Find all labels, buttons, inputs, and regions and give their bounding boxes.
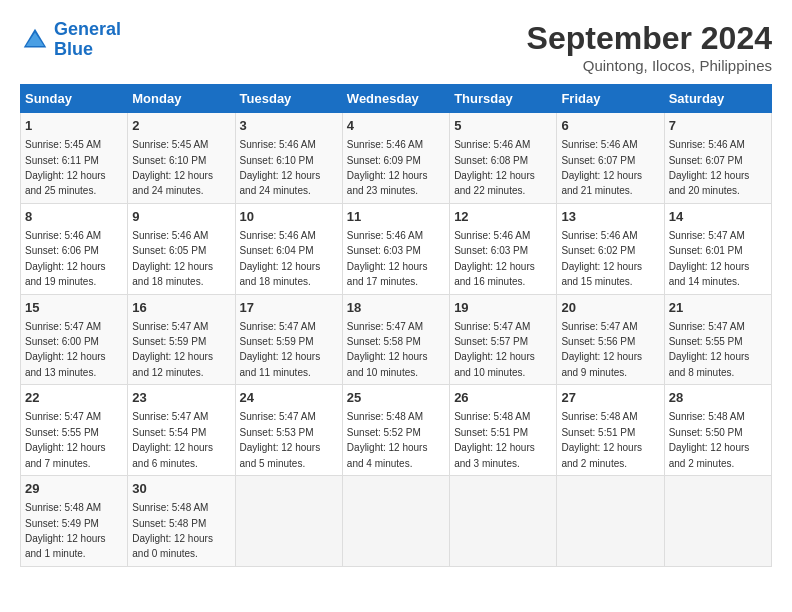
calendar-week-2: 8 Sunrise: 5:46 AMSunset: 6:06 PMDayligh…	[21, 203, 772, 294]
day-info: Sunrise: 5:47 AMSunset: 5:55 PMDaylight:…	[25, 411, 106, 468]
day-info: Sunrise: 5:48 AMSunset: 5:51 PMDaylight:…	[454, 411, 535, 468]
day-info: Sunrise: 5:47 AMSunset: 5:54 PMDaylight:…	[132, 411, 213, 468]
table-row: 7 Sunrise: 5:46 AMSunset: 6:07 PMDayligh…	[664, 113, 771, 204]
day-number: 15	[25, 299, 123, 317]
day-info: Sunrise: 5:46 AMSunset: 6:09 PMDaylight:…	[347, 139, 428, 196]
table-row: 19 Sunrise: 5:47 AMSunset: 5:57 PMDaylig…	[450, 294, 557, 385]
day-number: 20	[561, 299, 659, 317]
day-info: Sunrise: 5:48 AMSunset: 5:52 PMDaylight:…	[347, 411, 428, 468]
empty-cell	[450, 476, 557, 567]
table-row: 13 Sunrise: 5:46 AMSunset: 6:02 PMDaylig…	[557, 203, 664, 294]
day-info: Sunrise: 5:47 AMSunset: 6:01 PMDaylight:…	[669, 230, 750, 287]
calendar-week-3: 15 Sunrise: 5:47 AMSunset: 6:00 PMDaylig…	[21, 294, 772, 385]
location-title: Quintong, Ilocos, Philippines	[527, 57, 772, 74]
day-info: Sunrise: 5:45 AMSunset: 6:11 PMDaylight:…	[25, 139, 106, 196]
table-row: 14 Sunrise: 5:47 AMSunset: 6:01 PMDaylig…	[664, 203, 771, 294]
table-row: 15 Sunrise: 5:47 AMSunset: 6:00 PMDaylig…	[21, 294, 128, 385]
table-row: 12 Sunrise: 5:46 AMSunset: 6:03 PMDaylig…	[450, 203, 557, 294]
day-info: Sunrise: 5:46 AMSunset: 6:08 PMDaylight:…	[454, 139, 535, 196]
col-monday: Monday	[128, 85, 235, 113]
day-info: Sunrise: 5:47 AMSunset: 5:53 PMDaylight:…	[240, 411, 321, 468]
day-info: Sunrise: 5:46 AMSunset: 6:03 PMDaylight:…	[347, 230, 428, 287]
table-row: 29 Sunrise: 5:48 AMSunset: 5:49 PMDaylig…	[21, 476, 128, 567]
day-info: Sunrise: 5:46 AMSunset: 6:06 PMDaylight:…	[25, 230, 106, 287]
table-row: 28 Sunrise: 5:48 AMSunset: 5:50 PMDaylig…	[664, 385, 771, 476]
logo-text: General Blue	[54, 20, 121, 60]
table-row: 21 Sunrise: 5:47 AMSunset: 5:55 PMDaylig…	[664, 294, 771, 385]
table-row: 27 Sunrise: 5:48 AMSunset: 5:51 PMDaylig…	[557, 385, 664, 476]
day-number: 23	[132, 389, 230, 407]
day-info: Sunrise: 5:47 AMSunset: 5:56 PMDaylight:…	[561, 321, 642, 378]
day-info: Sunrise: 5:48 AMSunset: 5:50 PMDaylight:…	[669, 411, 750, 468]
table-row: 3 Sunrise: 5:46 AMSunset: 6:10 PMDayligh…	[235, 113, 342, 204]
calendar-week-5: 29 Sunrise: 5:48 AMSunset: 5:49 PMDaylig…	[21, 476, 772, 567]
empty-cell	[342, 476, 449, 567]
table-row: 8 Sunrise: 5:46 AMSunset: 6:06 PMDayligh…	[21, 203, 128, 294]
day-number: 9	[132, 208, 230, 226]
day-info: Sunrise: 5:45 AMSunset: 6:10 PMDaylight:…	[132, 139, 213, 196]
table-row: 1 Sunrise: 5:45 AMSunset: 6:11 PMDayligh…	[21, 113, 128, 204]
col-wednesday: Wednesday	[342, 85, 449, 113]
table-row: 6 Sunrise: 5:46 AMSunset: 6:07 PMDayligh…	[557, 113, 664, 204]
day-number: 24	[240, 389, 338, 407]
day-number: 26	[454, 389, 552, 407]
title-area: September 2024 Quintong, Ilocos, Philipp…	[527, 20, 772, 74]
day-info: Sunrise: 5:46 AMSunset: 6:07 PMDaylight:…	[669, 139, 750, 196]
day-info: Sunrise: 5:47 AMSunset: 6:00 PMDaylight:…	[25, 321, 106, 378]
day-number: 5	[454, 117, 552, 135]
logo-icon	[20, 25, 50, 55]
day-number: 29	[25, 480, 123, 498]
table-row: 25 Sunrise: 5:48 AMSunset: 5:52 PMDaylig…	[342, 385, 449, 476]
day-info: Sunrise: 5:46 AMSunset: 6:03 PMDaylight:…	[454, 230, 535, 287]
col-tuesday: Tuesday	[235, 85, 342, 113]
day-number: 13	[561, 208, 659, 226]
day-number: 27	[561, 389, 659, 407]
table-row: 10 Sunrise: 5:46 AMSunset: 6:04 PMDaylig…	[235, 203, 342, 294]
day-number: 8	[25, 208, 123, 226]
day-number: 10	[240, 208, 338, 226]
table-row: 5 Sunrise: 5:46 AMSunset: 6:08 PMDayligh…	[450, 113, 557, 204]
month-title: September 2024	[527, 20, 772, 57]
day-number: 11	[347, 208, 445, 226]
empty-cell	[664, 476, 771, 567]
page-header: General Blue September 2024 Quintong, Il…	[20, 20, 772, 74]
day-number: 21	[669, 299, 767, 317]
empty-cell	[235, 476, 342, 567]
logo-line1: General	[54, 19, 121, 39]
calendar-week-4: 22 Sunrise: 5:47 AMSunset: 5:55 PMDaylig…	[21, 385, 772, 476]
day-info: Sunrise: 5:48 AMSunset: 5:48 PMDaylight:…	[132, 502, 213, 559]
day-info: Sunrise: 5:47 AMSunset: 5:58 PMDaylight:…	[347, 321, 428, 378]
col-saturday: Saturday	[664, 85, 771, 113]
day-number: 1	[25, 117, 123, 135]
table-row: 17 Sunrise: 5:47 AMSunset: 5:59 PMDaylig…	[235, 294, 342, 385]
table-row: 26 Sunrise: 5:48 AMSunset: 5:51 PMDaylig…	[450, 385, 557, 476]
calendar-header-row: Sunday Monday Tuesday Wednesday Thursday…	[21, 85, 772, 113]
table-row: 22 Sunrise: 5:47 AMSunset: 5:55 PMDaylig…	[21, 385, 128, 476]
day-number: 7	[669, 117, 767, 135]
day-info: Sunrise: 5:47 AMSunset: 5:55 PMDaylight:…	[669, 321, 750, 378]
col-thursday: Thursday	[450, 85, 557, 113]
table-row: 4 Sunrise: 5:46 AMSunset: 6:09 PMDayligh…	[342, 113, 449, 204]
day-number: 18	[347, 299, 445, 317]
day-info: Sunrise: 5:46 AMSunset: 6:05 PMDaylight:…	[132, 230, 213, 287]
day-number: 14	[669, 208, 767, 226]
day-number: 4	[347, 117, 445, 135]
day-info: Sunrise: 5:47 AMSunset: 5:59 PMDaylight:…	[132, 321, 213, 378]
calendar-table: Sunday Monday Tuesday Wednesday Thursday…	[20, 84, 772, 567]
table-row: 23 Sunrise: 5:47 AMSunset: 5:54 PMDaylig…	[128, 385, 235, 476]
day-info: Sunrise: 5:46 AMSunset: 6:04 PMDaylight:…	[240, 230, 321, 287]
day-number: 12	[454, 208, 552, 226]
table-row: 24 Sunrise: 5:47 AMSunset: 5:53 PMDaylig…	[235, 385, 342, 476]
day-number: 6	[561, 117, 659, 135]
day-info: Sunrise: 5:47 AMSunset: 5:57 PMDaylight:…	[454, 321, 535, 378]
day-number: 3	[240, 117, 338, 135]
day-number: 2	[132, 117, 230, 135]
logo-line2: Blue	[54, 39, 93, 59]
calendar-week-1: 1 Sunrise: 5:45 AMSunset: 6:11 PMDayligh…	[21, 113, 772, 204]
table-row: 18 Sunrise: 5:47 AMSunset: 5:58 PMDaylig…	[342, 294, 449, 385]
day-number: 25	[347, 389, 445, 407]
day-info: Sunrise: 5:46 AMSunset: 6:02 PMDaylight:…	[561, 230, 642, 287]
day-number: 30	[132, 480, 230, 498]
day-number: 19	[454, 299, 552, 317]
day-number: 28	[669, 389, 767, 407]
